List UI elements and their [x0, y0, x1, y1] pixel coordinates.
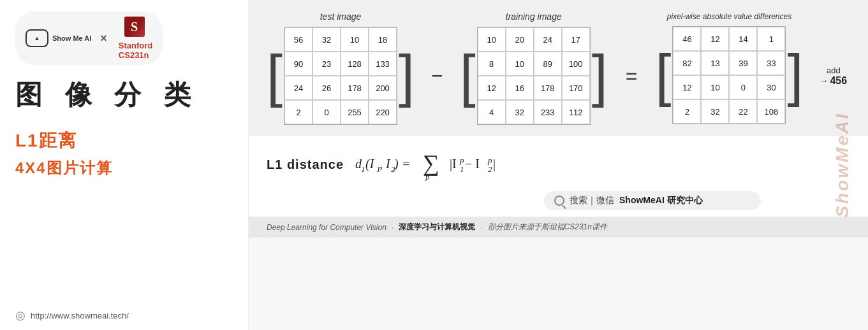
svg-text:(I: (I	[365, 157, 375, 171]
svg-text:|: |	[493, 157, 496, 171]
add-value: 456	[830, 75, 847, 87]
search-container: 搜索｜微信 ShowMeAI 研究中心	[267, 189, 850, 210]
test-image-group: test image [ 563210189023128133242617820…	[267, 11, 415, 125]
arrow-symbol: →	[820, 76, 828, 85]
bracket-right-result: ]	[787, 47, 803, 104]
website-row: ◎ http://www.showmeai.tech/	[15, 301, 233, 322]
svg-text:− I: − I	[465, 157, 480, 171]
matrix-section: test image [ 563210189023128133242617820…	[249, 0, 868, 136]
matrix-cell: 1	[757, 27, 785, 51]
footer-source: 部分图片来源于斯坦福CS231n课件	[488, 222, 607, 233]
main-title: 图 像 分 类	[15, 79, 233, 111]
bracket-left-train: [	[460, 47, 476, 104]
matrix-cell: 2	[284, 100, 313, 124]
matrix-cell: 24	[284, 76, 313, 100]
footer-english: Deep Learning for Computer Vision	[267, 223, 386, 232]
showmeai-label: Show Me AI	[52, 34, 91, 42]
search-brand: ShowMeAI 研究中心	[619, 195, 703, 206]
matrix-cell: 178	[534, 76, 562, 100]
footer-dot2: ·	[480, 223, 482, 232]
matrix-cell: 4	[478, 100, 506, 124]
matrix-cell: 12	[478, 76, 506, 100]
matrix-cell: 20	[506, 27, 534, 52]
search-bar[interactable]: 搜索｜微信 ShowMeAI 研究中心	[544, 191, 761, 210]
svg-text:p: p	[425, 172, 430, 181]
training-image-group: training image [ 10202417810891001216178…	[460, 11, 608, 125]
svg-text:1: 1	[361, 164, 365, 174]
matrix-cell: 33	[757, 51, 785, 75]
matrix-cell: 100	[562, 52, 590, 76]
matrix-cell: 30	[757, 75, 785, 99]
subtitle-l1: L1距离	[15, 129, 233, 153]
add-label: add	[827, 66, 841, 75]
training-matrix-wrapper: [ 10202417810891001216178170432233112 ]	[460, 27, 608, 125]
stanford-s-icon: S	[124, 17, 145, 37]
matrix-cell: 112	[562, 100, 590, 124]
svg-text:p: p	[459, 155, 464, 165]
matrix-cell: 90	[284, 52, 313, 76]
add-section: add → 456	[820, 66, 847, 87]
matrix-cell: 46	[673, 27, 701, 51]
bracket-left-result: [	[655, 47, 671, 104]
matrix-cell: 32	[701, 99, 729, 124]
matrix-cell: 24	[534, 27, 562, 52]
matrix-cell: 178	[341, 76, 369, 100]
add-arrow: → 456	[820, 75, 847, 87]
stanford-course: CS231n	[119, 50, 152, 60]
matrix-cell: 0	[729, 75, 757, 99]
matrix-cell: 18	[369, 27, 397, 52]
logo-bar: Show Me AI × S Stanford CS231n	[15, 11, 163, 65]
svg-text:p: p	[487, 155, 492, 165]
matrix-cell: 10	[506, 52, 534, 76]
stanford-logo: S Stanford CS231n	[116, 17, 152, 60]
matrix-cell: 8	[478, 52, 506, 76]
matrix-cell: 2	[673, 99, 701, 124]
training-matrix-grid: 10202417810891001216178170432233112	[477, 27, 591, 125]
compass-icon: ◎	[15, 308, 26, 322]
right-panel: ShowMeAI test image [ 563210189023128133…	[249, 0, 868, 330]
result-group: pixel-wise absolute value differences [ …	[655, 12, 803, 124]
svg-text:1: 1	[460, 164, 464, 174]
matrix-cell: 133	[369, 52, 397, 76]
search-icon	[554, 196, 564, 206]
matrix-cell: 12	[673, 75, 701, 99]
minus-operator: −	[431, 64, 443, 88]
result-label: pixel-wise absolute value differences	[667, 12, 791, 21]
bracket-left-test: [	[267, 47, 283, 104]
bracket-right-train: ]	[592, 47, 608, 104]
formula-section: L1 distance d 1 (I 1 , I 2 ) = ∑ p |I p …	[249, 136, 868, 217]
matrix-cell: 170	[562, 76, 590, 100]
search-text: 搜索｜微信	[570, 195, 614, 206]
test-image-label: test image	[320, 11, 362, 22]
matrix-cell: 10	[341, 27, 369, 52]
matrix-cell: 32	[313, 27, 341, 52]
result-matrix-grid: 461214182133933121003023222108	[672, 26, 786, 124]
matrix-cell: 32	[506, 100, 534, 124]
stanford-text: Stanford CS231n	[119, 41, 152, 60]
matrix-cell: 17	[562, 27, 590, 52]
matrix-cell: 22	[729, 99, 757, 124]
matrix-cell: 14	[729, 27, 757, 51]
bracket-right-test: ]	[399, 47, 415, 104]
test-matrix-wrapper: [ 563210189023128133242617820020255220 ]	[267, 27, 415, 125]
formula-label: L1 distance	[267, 157, 344, 172]
showmeai-logo: Show Me AI	[26, 29, 91, 47]
matrix-cell: 128	[341, 52, 369, 76]
left-panel: Show Me AI × S Stanford CS231n 图 像 分 类 L…	[0, 0, 249, 330]
matrix-cell: 82	[673, 51, 701, 75]
matrix-cell: 23	[313, 52, 341, 76]
matrix-cell: 108	[757, 99, 785, 124]
subtitle-4x4: 4X4图片计算	[15, 158, 233, 178]
matrix-cell: 10	[478, 27, 506, 52]
footer-bar: Deep Learning for Computer Vision · 深度学习…	[249, 217, 868, 238]
footer-chinese: 深度学习与计算机视觉	[399, 222, 475, 233]
times-symbol: ×	[100, 32, 107, 45]
matrix-cell: 233	[534, 100, 562, 124]
svg-text:) =: ) =	[394, 157, 410, 171]
footer-dot1: ·	[392, 223, 394, 232]
matrix-cell: 13	[701, 51, 729, 75]
svg-text:2: 2	[488, 164, 492, 174]
formula-svg: d 1 (I 1 , I 2 ) = ∑ p |I p 1 − I p 2 |	[355, 148, 623, 181]
svg-text:, I: , I	[379, 157, 391, 171]
test-matrix-grid: 563210189023128133242617820020255220	[284, 27, 397, 125]
